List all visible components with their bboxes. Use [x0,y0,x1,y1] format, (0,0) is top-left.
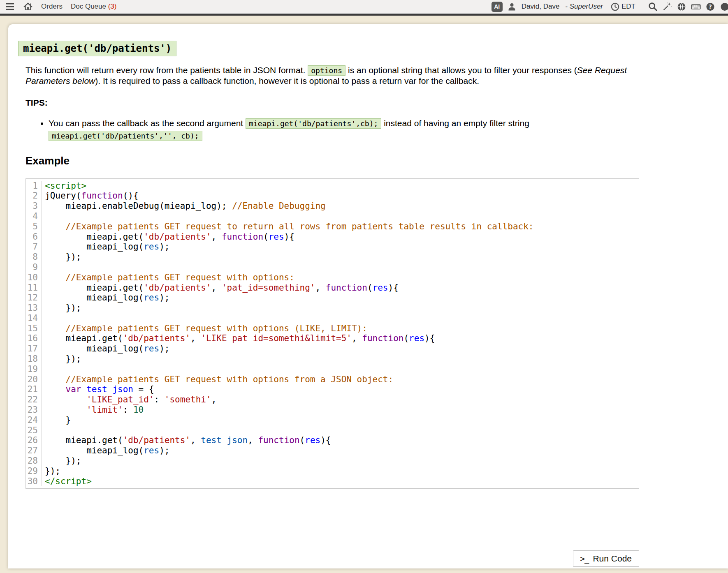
code-line: 5 //Example patients GET request to retu… [26,222,639,232]
text-segment: This function will return every row from… [26,65,308,75]
line-number: 22 [26,395,42,405]
line-number: 9 [26,262,42,273]
breadcrumb-item[interactable]: Doc Queue (3) [71,2,117,11]
user-role: - SuperUser [565,2,603,11]
line-number: 27 [26,446,42,456]
wand-icon[interactable] [662,2,672,12]
text-segment: You can pass the callback as the second … [49,118,246,128]
timezone-label[interactable]: EDT [621,2,635,11]
line-number: 7 [26,242,42,252]
code-line: 26 mieapi.get('db/patients', test_json, … [26,435,639,446]
text-segment: is an optional string that allows you to… [345,65,577,75]
line-number: 3 [26,201,42,211]
code-line: 4 [26,211,639,222]
code-editor[interactable]: 1<script>2jQuery(function(){3 mieapi.ena… [26,178,639,489]
line-number: 8 [26,252,42,262]
clock-icon [610,2,620,12]
line-number: 6 [26,232,42,242]
terminal-icon: >_ [580,554,589,563]
code-line: 21 var test_json = { [26,384,639,395]
inline-code: options [308,65,345,76]
code-line: 12 mieapi_log(res); [26,293,639,303]
content-panel: mieapi.get('db/patients') This function … [8,24,728,568]
line-number: 12 [26,293,42,303]
code-line: 1<script> [26,181,639,191]
line-number: 1 [26,181,42,191]
home-icon[interactable] [23,2,33,12]
code-line: 3 mieapi.enableDebug(mieapi_log); //Enab… [26,201,639,211]
code-line: 8 }); [26,252,639,262]
keyboard-icon[interactable] [691,2,701,12]
search-icon[interactable] [648,2,658,12]
page-title: mieapi.get('db/patients') [18,41,176,56]
intro-paragraph: This function will return every row from… [26,65,640,87]
line-number: 24 [26,415,42,425]
code-line: 9 [26,262,639,273]
line-number: 17 [26,344,42,354]
line-number: 21 [26,384,42,395]
line-number: 23 [26,405,42,415]
inline-code: mieapi.get('db/patients',cb); [246,118,381,129]
code-line: 23 'limit': 10 [26,405,639,415]
page-background: mieapi.get('db/patients') This function … [0,16,728,573]
breadcrumb: OrdersDoc Queue (3) [41,2,116,11]
text-segment: ). It is required to pass a callback fun… [95,76,479,85]
code-line: 25 [26,425,639,436]
line-number: 15 [26,323,42,334]
line-number: 14 [26,313,42,323]
svg-text:?: ? [709,3,712,10]
menu-icon[interactable] [5,2,15,12]
line-number: 2 [26,191,42,201]
line-number: 29 [26,466,42,476]
line-number: 11 [26,283,42,293]
breadcrumb-item[interactable]: Orders [41,2,63,11]
code-line: 29}); [26,466,639,476]
globe-icon[interactable] [677,2,686,12]
code-line: 22 'LIKE_pat_id': 'somethi', [26,395,639,405]
code-line: 7 mieapi_log(res); [26,242,639,252]
line-number: 28 [26,456,42,466]
user-name[interactable]: David, Dave [522,2,560,11]
text-segment: instead of having an empty filter string [381,118,529,128]
user-icon [507,2,517,12]
line-number: 26 [26,435,42,446]
line-number: 10 [26,273,42,283]
line-number: 16 [26,333,42,344]
code-line: 13 }); [26,303,639,313]
line-number: 13 [26,303,42,313]
ai-badge[interactable]: AI [492,2,503,12]
run-code-button[interactable]: >_ Run Code [573,550,639,567]
code-line: 6 mieapi.get('db/patients', function(res… [26,232,639,242]
inline-code: mieapi.get('db/patients','', cb); [49,131,202,141]
code-line: 14 [26,313,639,323]
line-number: 19 [26,364,42,374]
example-heading: Example [26,155,728,167]
tip-item: You can pass the callback as the second … [49,117,630,142]
code-line: 28 }); [26,456,639,466]
line-number: 5 [26,222,42,232]
code-line: 11 mieapi.get('db/patients', 'pat_id=som… [26,283,639,293]
code-line: 20 //Example patients GET request with o… [26,374,639,385]
code-line: 18 }); [26,354,639,364]
line-number: 20 [26,374,42,385]
line-number: 18 [26,354,42,364]
top-bar: OrdersDoc Queue (3) AI David, Dave - Sup… [0,0,728,14]
doc-queue-count: (3) [106,2,117,10]
run-code-label: Run Code [593,554,632,564]
line-number: 25 [26,425,42,436]
code-line: 27 mieapi_log(res); [26,446,639,456]
code-line: 15 //Example patients GET request with o… [26,323,639,334]
help-icon[interactable]: ? [705,2,715,12]
code-line: 24 } [26,415,639,425]
code-line: 16 mieapi.get('db/patients', 'LIKE_pat_i… [26,333,639,344]
tips-heading: TIPS: [26,98,728,108]
line-number: 30 [26,476,42,487]
code-line: 2jQuery(function(){ [26,191,639,201]
line-number: 4 [26,211,42,222]
code-line: 10 //Example patients GET request with o… [26,273,639,283]
code-line: 30</script> [26,476,639,487]
code-line: 17 mieapi_log(res); [26,344,639,354]
tips-list: You can pass the callback as the second … [26,117,630,142]
code-line: 19 [26,364,639,374]
partial-edge-icon [720,2,728,12]
